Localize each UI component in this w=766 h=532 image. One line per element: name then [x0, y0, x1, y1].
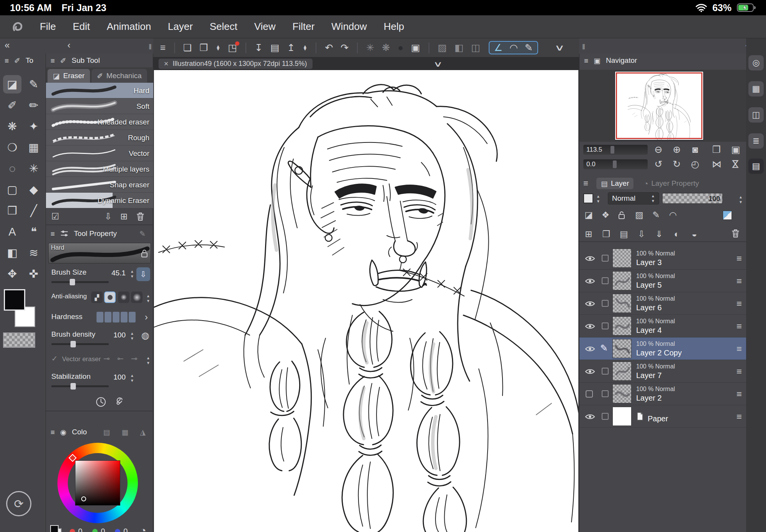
deselect-icon[interactable]: ❋ [382, 43, 390, 52]
color-mixer-tab-icon[interactable]: ◮ [140, 429, 146, 436]
anti-aliasing-medium-button[interactable] [118, 291, 129, 303]
layer-drag-handle[interactable]: ≡ [737, 321, 742, 332]
brush-size-slider[interactable] [51, 281, 109, 283]
hand-tool[interactable]: ✥ [3, 265, 21, 283]
document-tab[interactable]: × Illustration49 (1600 x 1300px 72dpi 11… [159, 59, 313, 69]
select-spray-icon[interactable]: ✳ [366, 43, 374, 52]
transfer-to-lower-icon[interactable]: ⇩ [635, 228, 648, 241]
layer-check-box[interactable] [602, 368, 609, 375]
settings-wrench-icon[interactable] [113, 397, 124, 407]
brush-density-value[interactable]: 100 [103, 331, 126, 339]
brush-density-stepper[interactable]: ▲▼ [130, 332, 134, 340]
lasso-tool[interactable]: ◌ [3, 159, 21, 178]
vector-erase-whole-icon[interactable]: ⊸ [131, 355, 137, 362]
brush-size-stepper[interactable]: ▲▼ [130, 270, 134, 278]
vector-eraser-checkbox[interactable]: ✓ [51, 355, 58, 362]
palette-color-stepper[interactable]: ▲▼ [596, 195, 600, 203]
anti-aliasing-strong-button[interactable] [131, 291, 142, 303]
balloon-tool[interactable]: ❝ [25, 223, 43, 241]
layer-drag-handle[interactable]: ≡ [737, 389, 742, 399]
visibility-eye-icon[interactable] [585, 368, 595, 375]
stream-line-tool[interactable]: ≋ [25, 244, 43, 262]
vector-erase-touched-icon[interactable]: ⊸ [103, 355, 110, 362]
menu-item-layer[interactable]: Layer [168, 21, 193, 33]
snap-ruler-icon[interactable]: ∠ [494, 43, 502, 52]
subtool-item-snap-eraser[interactable]: Snap eraser [46, 177, 153, 193]
eyedropper-tool[interactable]: ✜ [25, 265, 43, 283]
subtool-item-soft[interactable]: Soft [46, 98, 153, 114]
layer-panel-menu-icon[interactable]: ≡ [583, 179, 588, 188]
layer-row-paper[interactable]: Paper ≡ [579, 405, 746, 428]
selection-marquee-icon[interactable]: ◫ [471, 43, 480, 52]
set-as-reference-icon[interactable]: ❖ [599, 208, 612, 221]
visibility-eye-icon[interactable] [585, 278, 595, 285]
layer-thumbnail[interactable] [612, 249, 632, 268]
menu-item-window[interactable]: Window [331, 21, 367, 33]
new-raster-layer-icon[interactable]: ⊞ [582, 228, 596, 241]
dock-grid-button[interactable]: ▦ [748, 81, 764, 97]
subtool-item-hard[interactable]: Hard [46, 83, 153, 98]
menu-item-select[interactable]: Select [210, 21, 237, 33]
menu-item-help[interactable]: Help [384, 21, 404, 33]
visibility-eye-icon[interactable] [585, 300, 595, 307]
edit-canvas-icon[interactable]: ❐ [200, 43, 208, 52]
open-file-icon[interactable]: ▤ [270, 43, 280, 52]
rotate-canvas-button[interactable]: ⟳ [6, 491, 31, 516]
tab-eraser[interactable]: ◪ Eraser [47, 69, 90, 83]
zoom-slider[interactable]: 113.5 [583, 145, 648, 155]
frame-tool[interactable]: ❒ [3, 201, 21, 220]
figure-tool[interactable]: ◆ [25, 180, 43, 199]
dock-quick-access-button[interactable]: ◎ [748, 55, 764, 70]
tab-layer[interactable]: ▤ Layer [596, 178, 633, 189]
vector-erase-intersection-icon[interactable]: ⊸ [117, 355, 124, 362]
tab-list-icon[interactable]: ∨ [433, 60, 442, 68]
subtool-item-multiple-layers[interactable]: Multiple layers [46, 161, 153, 177]
flip-vertical-icon[interactable]: ⋈ [730, 156, 741, 172]
layer-row-layer7[interactable]: 100 % NormalLayer 7 ≡ [579, 360, 746, 383]
layer-thumbnail[interactable] [612, 294, 632, 313]
palette-color-swatch[interactable] [583, 193, 593, 203]
menu-item-view[interactable]: View [254, 21, 276, 33]
menu-item-animation[interactable]: Animation [107, 21, 151, 33]
layer-row-layer5[interactable]: 100 % NormalLayer 5 ≡ [579, 270, 746, 292]
color-swatch-pair-icon[interactable] [49, 524, 64, 532]
layer-check-box[interactable] [602, 413, 609, 420]
decoration-tool[interactable]: ✦ [25, 117, 43, 136]
subtool-checkbox-icon[interactable]: ☑ [51, 212, 59, 221]
main-color-swatch[interactable] [4, 289, 25, 311]
subtool-item-dynamic-eraser[interactable]: Dynamic Eraser [46, 193, 153, 208]
layer-opacity-slider[interactable]: 100 [662, 193, 723, 204]
marquee-tool[interactable]: ▢ [3, 180, 21, 199]
hardness-segments[interactable] [97, 312, 136, 322]
blend-tool[interactable]: ❍ [3, 138, 21, 157]
fill-shape-icon[interactable]: ● [398, 43, 403, 52]
toolbar-expand-icon[interactable]: ∨ [554, 44, 565, 52]
auto-select-tool[interactable]: ✳ [25, 159, 43, 178]
merge-to-lower-icon[interactable]: ⇓ [652, 228, 666, 241]
delete-subtool-icon[interactable] [136, 212, 145, 221]
hardness-expand-icon[interactable]: › [145, 313, 148, 322]
brush-size-value[interactable]: 45.1 [103, 269, 126, 277]
auto-action-icon[interactable]: ◳ [228, 43, 237, 52]
blend-mode-stepper[interactable]: ▲▼ [651, 194, 655, 203]
line-tool[interactable]: ╱ [25, 201, 43, 220]
vector-eraser-stepper[interactable]: ▲▼ [146, 356, 150, 365]
menu-item-filter[interactable]: Filter [293, 21, 315, 33]
collapse-subtool-icon[interactable]: ‹ [67, 41, 70, 50]
tool-property-preset[interactable]: Hard [48, 243, 151, 264]
snap-curve-icon[interactable]: ◠ [509, 43, 518, 52]
snap-pen-icon[interactable]: ✎ [525, 43, 533, 52]
subtool-import-icon[interactable]: ⇩ [105, 212, 112, 221]
delete-layer-icon[interactable] [731, 229, 740, 238]
anti-aliasing-weak-button[interactable] [104, 291, 116, 303]
lock-icon[interactable] [141, 249, 148, 258]
layer-thumbnail[interactable] [612, 316, 632, 336]
new-vector-layer-icon[interactable]: ❐ [599, 228, 613, 241]
selection-pen-icon[interactable]: ▨ [438, 43, 447, 52]
color-options-pie-icon[interactable]: ◔ [140, 525, 146, 532]
layer-check-box[interactable] [602, 390, 609, 397]
rotation-slider[interactable]: 0.0 [583, 159, 648, 169]
layer-row-layer2copy-selected[interactable]: ✎ 100 % NormalLayer 2 Copy ≡ [579, 337, 746, 360]
zoom-reset-icon[interactable]: ◙ [687, 144, 703, 155]
flip-horizontal-icon[interactable]: ⋈ [709, 159, 724, 169]
